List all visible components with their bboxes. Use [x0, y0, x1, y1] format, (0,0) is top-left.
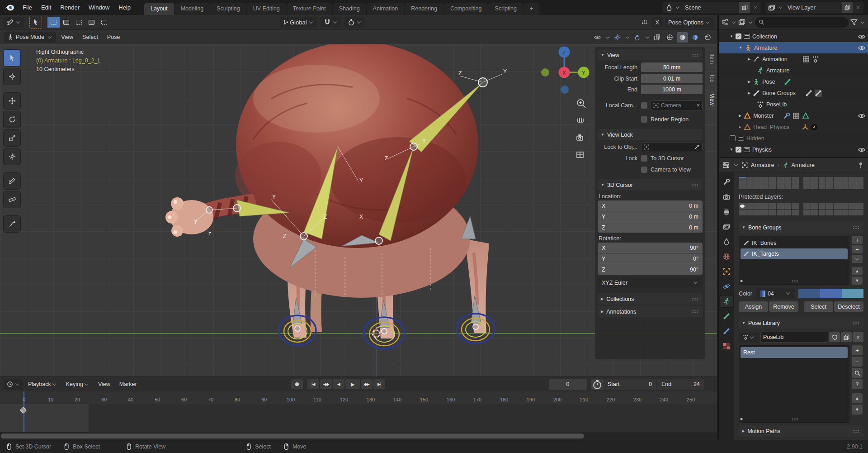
layer-cell[interactable]: [811, 210, 818, 215]
view-layer-icon[interactable]: [768, 4, 775, 11]
tool-scale[interactable]: [4, 130, 20, 146]
workspace-tab-sculpting[interactable]: Sculpting: [210, 3, 246, 15]
scrollbar-thumb[interactable]: [1, 434, 584, 439]
new-scene-button[interactable]: [739, 2, 750, 13]
modifier-wrench-icon[interactable]: [783, 112, 790, 119]
deselect-button[interactable]: Deselect: [834, 301, 863, 312]
layer-cell[interactable]: [856, 183, 863, 189]
current-frame-field[interactable]: 0: [549, 379, 587, 390]
armature-layers[interactable]: [739, 177, 863, 189]
outliner-row-bone-groups[interactable]: ▶ Bone Groups: [719, 87, 868, 99]
layer-cell[interactable]: [777, 183, 784, 189]
tab-object-data[interactable]: [720, 296, 733, 307]
menu-edit[interactable]: Edit: [37, 2, 56, 13]
eyedropper-icon[interactable]: [694, 143, 700, 151]
timeline-menu-playback[interactable]: Playback: [24, 379, 61, 389]
viewport-canvas[interactable]: YZYZYXZYZyz Z Y X: [0, 44, 717, 377]
outliner-row-physics[interactable]: ▼✓ Physics: [719, 144, 868, 155]
filter-icon[interactable]: [850, 19, 858, 26]
move-pose-up-button[interactable]: ▲: [852, 393, 863, 403]
tool-cursor[interactable]: [4, 68, 20, 85]
editor-type-button[interactable]: [4, 17, 24, 28]
tab-texture[interactable]: [720, 340, 733, 352]
tab-bone[interactable]: [720, 310, 733, 322]
properties-editor-icon[interactable]: [722, 162, 730, 169]
timeline-tracks[interactable]: [0, 404, 717, 432]
layer-cell[interactable]: [819, 177, 826, 183]
layer-cell[interactable]: [746, 203, 754, 209]
outliner-row-hidden[interactable]: Hidden: [719, 133, 868, 144]
layer-cell[interactable]: [819, 183, 826, 189]
layer-cell[interactable]: [819, 203, 826, 209]
pin-icon[interactable]: [857, 162, 864, 169]
tab-tool[interactable]: [720, 176, 733, 188]
drag-grip-icon[interactable]: [853, 321, 860, 325]
layer-cell[interactable]: [826, 177, 833, 183]
workspace-tab-rendering[interactable]: Rendering: [405, 3, 443, 15]
workspace-tab-scripting[interactable]: Scripting: [488, 3, 523, 15]
next-keyframe-button[interactable]: ◆▶: [361, 379, 373, 389]
layer-cell[interactable]: [849, 177, 856, 183]
viewport-menu-view[interactable]: View: [57, 32, 77, 42]
layer-cell[interactable]: [761, 177, 769, 183]
layer-cell[interactable]: [784, 210, 792, 215]
layer-cell[interactable]: [792, 183, 799, 189]
scene-name[interactable]: Scene: [680, 5, 739, 11]
layer-cell[interactable]: [761, 183, 769, 189]
viewport-menu-select[interactable]: Select: [78, 32, 102, 42]
active-tool-select-box[interactable]: [29, 16, 42, 29]
outliner-editor-icon[interactable]: [722, 19, 729, 26]
workspace-tab-modeling[interactable]: Modeling: [175, 3, 210, 15]
remove-pose-button[interactable]: −: [852, 357, 863, 367]
move-pose-down-button[interactable]: ▼: [852, 405, 863, 415]
jump-to-start-button[interactable]: |◀: [307, 379, 319, 389]
layer-cell[interactable]: [769, 183, 776, 189]
play-reverse-button[interactable]: ◀: [333, 379, 344, 389]
outliner-row-armature-object[interactable]: ▼ Armature: [719, 42, 868, 53]
tool-pose-breakdowner[interactable]: [4, 216, 20, 232]
outliner-row-head-physics[interactable]: ▶ Head_Physics 4: [719, 121, 868, 133]
eye-icon[interactable]: [858, 112, 865, 119]
layer-cell[interactable]: [777, 210, 784, 215]
clear-camera-icon[interactable]: ×: [697, 102, 700, 109]
focal-length-field[interactable]: 50 mm: [641, 62, 703, 72]
layer-cell[interactable]: [841, 177, 849, 183]
scene-icon[interactable]: [665, 4, 673, 11]
delete-view-layer-button[interactable]: ×: [853, 2, 863, 13]
sidebar-tab-tool[interactable]: Tool: [706, 69, 717, 88]
cursor-rotation-z[interactable]: Z90°: [598, 264, 703, 275]
layer-cell[interactable]: [784, 177, 792, 183]
timeline-ruler[interactable]: 0102030405060708090100110120130140150160…: [0, 391, 717, 404]
layer-cell[interactable]: [746, 210, 754, 215]
select-mode-invert[interactable]: [85, 17, 98, 28]
shading-wireframe-button[interactable]: [664, 32, 675, 43]
panel-bone-groups-header[interactable]: ▼Bone Groups: [739, 222, 863, 233]
layer-cell[interactable]: [819, 210, 826, 215]
outliner-row-monster[interactable]: ▶ Monster: [719, 110, 868, 121]
layer-cell[interactable]: [784, 183, 792, 189]
navigation-gizmo[interactable]: Z Y X: [541, 47, 590, 94]
tool-rotate[interactable]: [4, 111, 20, 128]
layer-cell[interactable]: [761, 210, 769, 215]
layer-cell[interactable]: [856, 210, 863, 215]
pose-item-selected[interactable]: Rest: [741, 347, 848, 358]
menu-help[interactable]: Help: [114, 2, 135, 13]
mesh-data-icon[interactable]: [802, 112, 809, 119]
outliner-search-input[interactable]: [755, 17, 849, 28]
bone-group-item[interactable]: IK_Bones: [741, 238, 848, 248]
layer-cell[interactable]: [739, 177, 746, 183]
drag-grip-icon[interactable]: [692, 183, 699, 187]
collection-checkbox[interactable]: [730, 135, 736, 141]
select-mode-extend[interactable]: [60, 17, 72, 28]
rotation-mode-dropdown[interactable]: XYZ Euler: [598, 277, 703, 288]
select-mode-intersect[interactable]: [98, 17, 110, 28]
layer-cell[interactable]: [856, 203, 863, 209]
drag-grip-icon[interactable]: [692, 310, 699, 314]
layer-cell[interactable]: [803, 203, 811, 209]
workspace-tab-layout[interactable]: Layout: [144, 3, 174, 15]
layer-cell[interactable]: [834, 203, 841, 209]
layer-cell[interactable]: [769, 203, 776, 209]
layer-cell[interactable]: [739, 203, 746, 209]
tab-physics[interactable]: [720, 281, 733, 292]
timeline-menu-marker[interactable]: Marker: [115, 379, 141, 389]
